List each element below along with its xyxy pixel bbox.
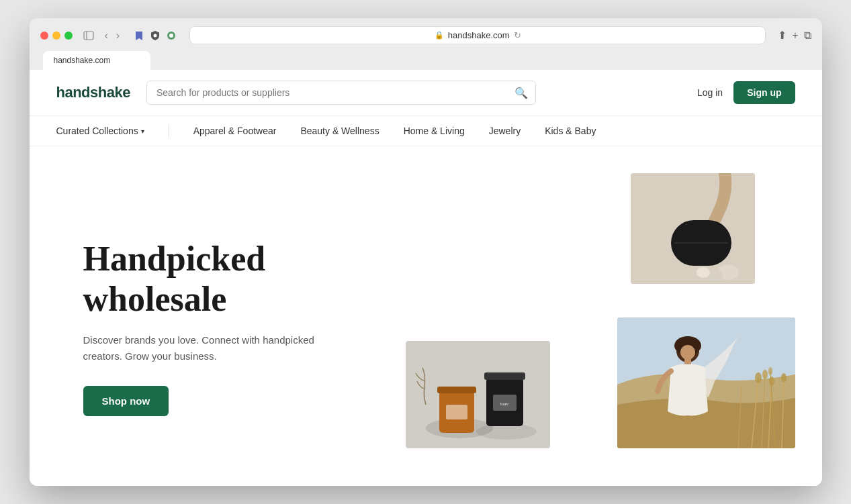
bookmarks-icon[interactable] [133,30,145,42]
lock-icon: 🔒 [435,31,444,40]
search-input[interactable] [146,81,536,105]
svg-point-30 [762,370,768,379]
signup-button[interactable]: Sign up [733,81,795,104]
active-tab[interactable]: handshake.com [43,51,150,70]
header-actions: Log in Sign up [697,81,795,104]
svg-rect-0 [84,32,93,40]
tab-label: handshake.com [54,56,111,65]
svg-point-2 [154,34,157,37]
nav-item-beauty-wellness[interactable]: Beauty & Wellness [300,125,379,136]
svg-rect-15 [437,387,476,393]
bag-scene [631,173,755,284]
svg-point-29 [755,372,762,383]
forward-button[interactable]: › [114,28,122,43]
minimize-traffic-light[interactable] [52,32,60,40]
browser-chrome: ‹ › [30,18,822,70]
browser-action-icons: ⬆ + ⧉ [778,29,811,42]
nav-item-jewelry[interactable]: Jewelry [489,125,521,136]
nav-item-home-living[interactable]: Home & Living [404,125,465,136]
hero-section: Handpicked wholesale Discover brands you… [30,146,822,482]
browser-toolbar-icons [133,30,177,42]
traffic-lights [40,32,73,40]
hero-images: bare [392,173,795,455]
svg-point-31 [769,376,774,386]
hero-subtitle: Discover brands you love. Connect with h… [83,332,339,364]
field-product-image [617,317,795,448]
svg-rect-18 [484,372,525,380]
maximize-traffic-light[interactable] [64,32,73,40]
tabs-icon[interactable]: ⧉ [804,30,811,42]
sidebar-icon[interactable] [83,30,94,41]
svg-point-36 [680,345,695,360]
shield-icon[interactable] [149,30,161,42]
browser-window: ‹ › [30,18,822,486]
browser-controls: ‹ › [40,26,811,44]
nav-item-kids-baby[interactable]: Kids & Baby [545,125,596,136]
close-traffic-light[interactable] [40,32,48,40]
back-button[interactable]: ‹ [102,28,111,43]
extension-icon[interactable] [165,30,177,42]
nav-divider [169,124,169,138]
svg-rect-16 [446,405,467,419]
address-bar-container: 🔒 handshake.com ↻ [189,26,766,44]
bag-product-image [631,173,755,284]
tab-bar: handshake.com [40,51,811,70]
new-tab-icon[interactable]: + [792,30,798,42]
share-icon[interactable]: ⬆ [778,29,787,42]
dropdown-arrow-icon: ▾ [141,128,144,135]
search-bar: 🔍 [146,81,536,105]
svg-point-33 [781,373,787,383]
shop-now-button[interactable]: Shop now [83,386,169,416]
nav-item-apparel-footwear[interactable]: Apparel & Footwear [193,125,277,136]
site-nav: Curated Collections ▾ Apparel & Footwear… [30,116,822,146]
website: handshake 🔍 Log in Sign up Curated Colle… [30,70,822,486]
svg-point-10 [697,267,710,278]
nav-buttons: ‹ › [102,28,123,43]
svg-point-4 [169,34,173,38]
svg-point-32 [768,367,772,375]
url-text: handshake.com [448,30,510,40]
login-button[interactable]: Log in [697,87,723,98]
site-header: handshake 🔍 Log in Sign up [30,70,822,116]
candle-product-image: bare [406,341,550,448]
nav-item-curated-collections[interactable]: Curated Collections ▾ [56,125,144,136]
site-logo[interactable]: handshake [56,84,130,101]
hero-title: Handpicked wholesale [83,239,365,319]
refresh-icon[interactable]: ↻ [514,30,521,40]
svg-text:bare: bare [500,401,508,407]
search-icon: 🔍 [514,87,528,99]
address-bar[interactable]: 🔒 handshake.com ↻ [189,26,766,44]
hero-text: Handpicked wholesale Discover brands you… [83,173,365,455]
